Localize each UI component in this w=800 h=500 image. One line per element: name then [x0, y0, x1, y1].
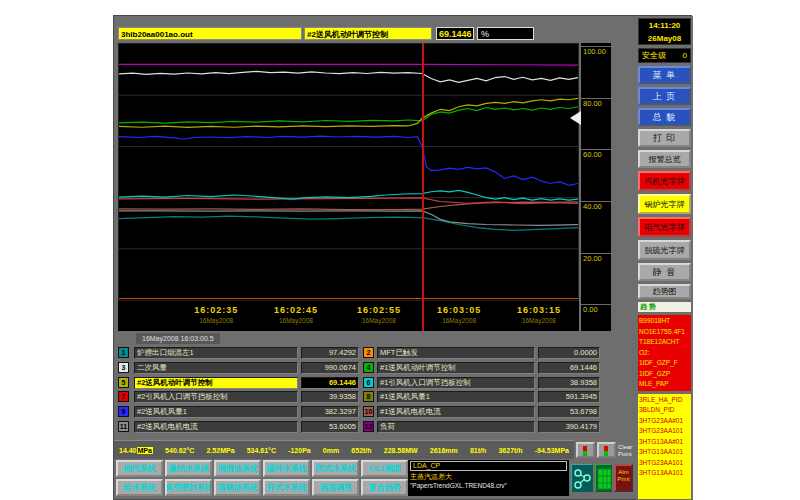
pen-value: 97.4292: [301, 347, 359, 359]
screen-button-condensate[interactable]: 凝结水系统: [165, 460, 212, 477]
status-value: 652t/h: [351, 447, 371, 454]
legend-row[interactable]: 9 #2送风机风量1 382.3297: [118, 406, 361, 419]
legend-row[interactable]: 10 #1送风机电机电流 53.6798: [363, 406, 603, 419]
boiler-annunciator-button[interactable]: 锅炉光字牌: [638, 194, 691, 214]
pen-label: #1引风机入口调节挡板控制: [377, 377, 535, 389]
alarm-code-field[interactable]: LDA_CP: [410, 461, 567, 471]
status-value: -120Pa: [288, 447, 311, 454]
alarm-tag[interactable]: 3HTG13AA101: [639, 447, 690, 458]
trend-graph-button[interactable]: 趋势图: [638, 284, 691, 299]
alarm-tag[interactable]: 3HTG23AA101: [639, 426, 690, 437]
legend-row[interactable]: 1 炉膛出口烟温左1 97.4292: [118, 347, 361, 360]
pen-value: 69.1446: [538, 362, 600, 374]
pen-color-chip: 4: [363, 362, 374, 373]
value-marker-triangle-icon[interactable]: [570, 111, 581, 125]
security-level[interactable]: 安全级 0: [638, 48, 691, 63]
link-nodes-icon[interactable]: [571, 464, 593, 492]
trend-cursor-line[interactable]: [422, 43, 424, 331]
electrical-annunciator-button[interactable]: 电气光字牌: [638, 217, 691, 237]
trend-application-window: 3hlb20aa001ao.out #2送风机动叶调节控制 69.1446 % …: [113, 15, 692, 500]
trend-stop-indicator-button[interactable]: [597, 442, 616, 458]
turbine-annunciator-button[interactable]: 汽机光字牌: [638, 171, 691, 191]
legend-row-selected[interactable]: 5 #2送风机动叶调节控制 69.1446: [118, 377, 361, 390]
pen-color-chip: 12: [363, 421, 374, 432]
screen-button-screen-call[interactable]: 画面调用: [312, 479, 359, 496]
screen-button-extraction[interactable]: 抽汽系统: [116, 460, 163, 477]
alarm-tag[interactable]: MLE_PAP: [639, 379, 690, 390]
screen-button-closed-water[interactable]: 闭式水系统: [312, 460, 359, 477]
alarm-tag[interactable]: 3HTG13AA101: [639, 468, 690, 479]
pen-label: #1送风机风量1: [377, 391, 535, 403]
trend-plot-area[interactable]: [118, 43, 579, 301]
desktop: 3hlb20aa001ao.out #2送风机动叶调节控制 69.1446 % …: [0, 0, 800, 500]
legend-row[interactable]: 4 #1送风机动叶调节控制 69.1446: [363, 362, 603, 375]
alarm-summary-button[interactable]: 报警总览: [638, 150, 691, 168]
pen-color-chip: 11: [118, 421, 129, 432]
point-tag-field[interactable]: 3hlb20aa001ao.out: [118, 27, 302, 40]
screen-button-feedwater[interactable]: 给水系统: [116, 479, 163, 496]
pen-label: #2送风机动叶调节控制: [134, 377, 298, 389]
alarm-tag[interactable]: 1IDF_GZP_F: [639, 358, 690, 369]
legend-row[interactable]: 12 负荷 390.4179: [363, 421, 603, 434]
pen-label: MFT已触发: [377, 347, 535, 359]
alarm-tag[interactable]: 1IDF_GZP: [639, 369, 690, 380]
clear-point-label[interactable]: Clear Point: [618, 444, 634, 458]
screen-button-open-water[interactable]: 开式水系统: [263, 479, 310, 496]
status-value: 2616mm: [430, 447, 458, 454]
pen-color-chip: 2: [363, 347, 374, 358]
screen-button-cc1[interactable]: CC1画面: [361, 460, 408, 477]
pen-color-chip: 5: [118, 377, 129, 388]
legend-row[interactable]: 11 #2送风机电机电流 53.6005: [118, 421, 361, 434]
print-button[interactable]: 打 印: [638, 129, 691, 147]
unit-readout: %: [477, 27, 534, 40]
pen-label: #1送风机电机电流: [377, 406, 535, 418]
grid-screen-icon[interactable]: [595, 464, 612, 492]
legend-row[interactable]: 2 MFT已触发 0.0000: [363, 347, 603, 360]
fgd-annunciator-button[interactable]: 脱硫光字牌: [638, 240, 691, 260]
pen-label: #2送风机电机电流: [134, 421, 298, 433]
menu-button[interactable]: 菜 单: [638, 66, 691, 84]
pen-value: 390.4179: [538, 421, 600, 433]
mute-button[interactable]: 静 音: [638, 263, 691, 281]
trend-series-1: [119, 64, 578, 65]
status-value: 540.62°C: [165, 447, 194, 454]
alarm-tag[interactable]: 3HTG23AA101: [639, 458, 690, 469]
legend-row[interactable]: 3 二次风量 990.0674: [118, 362, 361, 375]
screen-button-circ-water[interactable]: 循环水系统: [263, 460, 310, 477]
pen-value: 53.6005: [301, 421, 359, 433]
status-value: 0mm: [323, 447, 339, 454]
screen-button-composite-trend[interactable]: 复合趋势: [361, 479, 408, 496]
trend-run-indicator-button[interactable]: [576, 442, 595, 458]
alarm-tag[interactable]: NO1E175S.4F1: [639, 327, 690, 338]
pen-value: 382.3297: [301, 406, 359, 418]
legend-row[interactable]: 7 #2引风机入口调节挡板控制 39.9358: [118, 391, 361, 404]
pen-color-chip: 7: [118, 391, 129, 402]
alarm-tag[interactable]: 3BLDN_PID: [639, 405, 690, 416]
alarm-print-button[interactable]: Alm Print: [614, 464, 633, 492]
security-level-value: 0: [683, 49, 687, 62]
trend-plot-svg: [119, 44, 578, 300]
screen-button-jacking-oil[interactable]: 顶轴油系统: [214, 479, 261, 496]
pen-value: 39.9358: [301, 391, 359, 403]
alarm-tag[interactable]: 3RLE_HA_PID: [639, 395, 690, 406]
status-value: 3627t/h: [498, 447, 522, 454]
alarm-tag[interactable]: 3HTG23AA#01: [639, 416, 690, 427]
point-description-field[interactable]: #2送风机动叶调节控制: [304, 27, 432, 40]
screen-button-lube-oil[interactable]: 润滑油系统: [214, 460, 261, 477]
legend-row[interactable]: 6 #1引风机入口调节挡板控制 38.9358: [363, 377, 603, 390]
pen-label: 负荷: [377, 421, 535, 433]
alarm-tag[interactable]: B99018HT: [639, 316, 690, 327]
alarm-tag[interactable]: T18E12ACHT: [639, 337, 690, 348]
status-value: -94.53MPa: [535, 447, 569, 454]
overview-button[interactable]: 总 貌: [638, 108, 691, 126]
trend-series-7: [119, 136, 578, 185]
previous-page-button[interactable]: 上 页: [638, 87, 691, 105]
acknowledged-alarm-list: 3RLE_HA_PID 3BLDN_PID 3HTG23AA#01 3HTG23…: [638, 394, 691, 500]
pen-label: #1送风机动叶调节控制: [377, 362, 535, 374]
screen-button-vacuum-seal[interactable]: 真空密封系统: [165, 479, 212, 496]
alarm-tag[interactable]: O2:: [639, 348, 690, 359]
clock-date: 26May08: [639, 32, 690, 45]
legend-row[interactable]: 8 #1送风机风量1 591.3945: [363, 391, 603, 404]
alarm-tag[interactable]: 3HTG13AA#01: [639, 437, 690, 448]
x-tick: 16:02:3516May2008: [194, 305, 238, 324]
